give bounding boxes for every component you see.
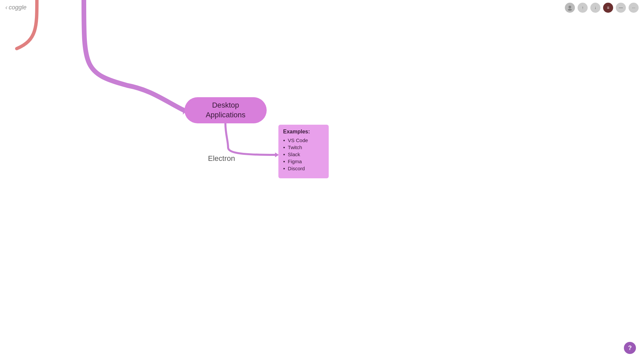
svg-point-0 (569, 6, 571, 8)
topbar: ‹ coggle ↑ ↓ ≡ — ··· (0, 0, 644, 15)
list-item: Figma (283, 159, 324, 164)
svg-point-1 (568, 9, 572, 11)
node-examples[interactable]: Examples: VS Code Twitch Slack Figma Dis… (278, 125, 329, 178)
list-item: Twitch (283, 144, 324, 150)
list-item: VS Code (283, 137, 324, 143)
download-button[interactable]: ↓ (590, 3, 600, 13)
node-desktop-label: DesktopApplications (206, 101, 246, 120)
menu-button[interactable]: ≡ (603, 3, 613, 13)
logo-arrow: ‹ (5, 4, 7, 11)
help-button[interactable]: ? (624, 342, 636, 354)
undo-button[interactable]: — (616, 3, 626, 13)
node-desktop[interactable]: DesktopApplications (184, 97, 267, 123)
list-item: Slack (283, 152, 324, 157)
examples-title: Examples: (283, 129, 324, 135)
toolbar-right: ↑ ↓ ≡ — ··· (565, 3, 639, 13)
logo-text: coggle (9, 4, 26, 11)
curves-svg (0, 0, 644, 362)
examples-list: VS Code Twitch Slack Figma Discord (283, 137, 324, 171)
logo[interactable]: ‹ coggle (5, 4, 26, 11)
list-item: Discord (283, 166, 324, 171)
node-electron-label: Electron (208, 154, 235, 163)
help-icon: ? (628, 345, 632, 352)
avatar-button[interactable] (565, 3, 575, 13)
upload-button[interactable]: ↑ (578, 3, 588, 13)
node-electron[interactable]: Electron (208, 154, 235, 163)
more-button[interactable]: ··· (629, 3, 639, 13)
